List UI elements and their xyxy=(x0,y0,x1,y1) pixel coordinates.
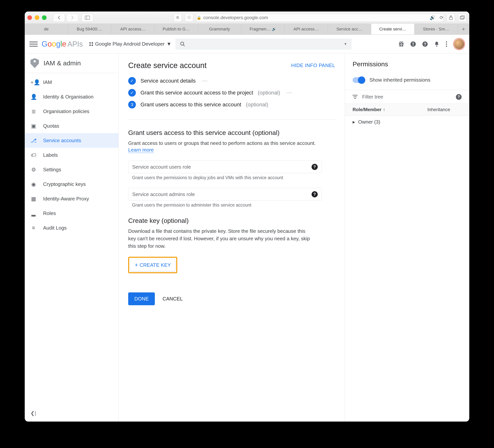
window-close[interactable] xyxy=(27,15,32,20)
field-placeholder: Service account admins role xyxy=(132,191,195,197)
share-button[interactable] xyxy=(447,13,455,22)
sidebar-item-labels[interactable]: 🏷Labels xyxy=(25,148,118,162)
extension-icon-1[interactable]: G xyxy=(173,13,182,22)
extension-icon-2[interactable]: ⓘ xyxy=(185,13,193,22)
sidebar-item-policies[interactable]: ≣Organisation policies xyxy=(25,104,118,119)
audio-icon[interactable]: 🔊 xyxy=(430,15,435,20)
table-row[interactable]: ▸ Owner (3) xyxy=(345,115,469,128)
reload-icon[interactable]: ⟳ xyxy=(440,15,444,20)
url-text: console.developers.google.com xyxy=(203,15,268,20)
project-name: Google Play Android Developer xyxy=(95,41,165,47)
create-key-label: CREATE KEY xyxy=(140,262,171,268)
more-icon[interactable] xyxy=(445,41,447,47)
create-key-button[interactable]: + CREATE KEY xyxy=(130,259,175,271)
check-icon: ✓ xyxy=(128,77,136,85)
project-selector[interactable]: Google Play Android Developer ▼ xyxy=(89,41,172,47)
sidebar-item-crypto[interactable]: ◉Cryptographic keys xyxy=(25,177,118,191)
browser-tab[interactable]: Fragmen…🔊 xyxy=(241,24,284,35)
svg-rect-9 xyxy=(399,45,401,47)
google-apis-logo[interactable]: Google APIs xyxy=(42,40,83,48)
learn-more-link[interactable]: Learn more xyxy=(128,147,154,153)
browser-tab[interactable]: Service acc… xyxy=(328,24,371,35)
svg-point-12 xyxy=(401,42,403,43)
shield-icon xyxy=(30,58,39,68)
sidebar-item-label: Identity-Aware Proxy xyxy=(43,196,89,202)
menu-button[interactable] xyxy=(29,40,38,48)
section-description: Download a file that contains the privat… xyxy=(128,227,312,250)
sidebar-item-iam[interactable]: +👤IAM xyxy=(25,75,118,89)
check-icon: ✓ xyxy=(128,89,136,97)
account-avatar[interactable] xyxy=(454,38,465,50)
sidebar-toggle-button[interactable] xyxy=(81,13,93,22)
search-icon xyxy=(180,41,185,47)
help-icon[interactable]: ? xyxy=(422,41,428,47)
bell-icon[interactable] xyxy=(434,41,439,47)
search-dropdown-icon[interactable]: ▼ xyxy=(344,42,347,46)
audit-icon: ≡ xyxy=(30,225,37,231)
section-heading: Grant users access to this service accou… xyxy=(128,129,335,137)
page-title: Create service account xyxy=(128,61,207,70)
cancel-button[interactable]: CANCEL xyxy=(162,296,183,302)
browser-tab[interactable]: API access… xyxy=(111,24,155,35)
column-role[interactable]: Role/Member↑ xyxy=(353,107,385,112)
wizard-steps: ✓ Service account details ✓ Grant this s… xyxy=(128,77,335,120)
gift-icon[interactable] xyxy=(398,41,404,47)
step-1[interactable]: ✓ Service account details xyxy=(128,77,335,85)
hide-info-panel-button[interactable]: HIDE INFO PANEL xyxy=(291,62,335,68)
browser-tab[interactable]: de xyxy=(25,24,68,35)
sidebar-item-label: Labels xyxy=(43,152,58,158)
browser-tab[interactable]: API access… xyxy=(284,24,328,35)
new-tab-button[interactable]: + xyxy=(458,24,469,35)
svg-point-20 xyxy=(446,43,447,44)
svg-rect-10 xyxy=(401,45,403,47)
sidebar-item-quotas[interactable]: ▣Quotas xyxy=(25,119,118,133)
tabs-overview-button[interactable] xyxy=(458,13,467,22)
step-optional: (optional) xyxy=(258,90,280,96)
users-role-input[interactable]: Service account users role ? xyxy=(128,161,322,173)
done-button[interactable]: DONE xyxy=(128,292,155,305)
nav-back-button[interactable] xyxy=(53,13,65,22)
labels-icon: 🏷 xyxy=(30,152,37,158)
search-bar[interactable]: ▼ xyxy=(175,38,352,50)
inherited-permissions-toggle[interactable] xyxy=(353,77,365,83)
collapse-sidebar-button[interactable]: ❮| xyxy=(30,410,36,416)
browser-tab[interactable]: Stores · Sm… xyxy=(414,24,458,35)
browser-tab[interactable]: Publish to G… xyxy=(155,24,198,35)
info-panel: Permissions Show inherited permissions F… xyxy=(345,53,469,422)
help-icon[interactable]: ? xyxy=(312,191,318,197)
nav-forward-button[interactable] xyxy=(66,13,78,22)
window-zoom[interactable] xyxy=(42,15,47,20)
admins-role-input[interactable]: Service account admins role ? xyxy=(128,188,322,201)
sidebar-item-identity[interactable]: 👤Identity & Organisation xyxy=(25,89,118,104)
lock-icon: 🔒 xyxy=(197,15,201,20)
browser-tab-active[interactable]: Create servi… xyxy=(371,24,414,35)
step-label: Grant users access to this service accou… xyxy=(140,101,241,108)
grant-users-section: Grant users access to this service accou… xyxy=(128,129,335,208)
address-bar[interactable]: 🔒 console.developers.google.com 🔊 ⟳ xyxy=(197,13,444,22)
sidebar-item-audit[interactable]: ≡Audit Logs xyxy=(25,221,118,235)
sidebar-item-settings[interactable]: ⚙Settings xyxy=(25,162,118,177)
step-3: 3 Grant users access to this service acc… xyxy=(128,101,335,109)
browser-tab[interactable]: Grammarly xyxy=(198,24,241,35)
sidebar-item-service-accounts[interactable]: ⎇Service accounts xyxy=(25,133,118,148)
svg-rect-22 xyxy=(353,95,358,95)
section-description: Grant access to users or groups that nee… xyxy=(128,139,335,147)
svg-point-15 xyxy=(413,45,414,46)
sidebar-item-iap[interactable]: ▦Identity-Aware Proxy xyxy=(25,191,118,206)
roles-icon: ▂ xyxy=(30,210,37,217)
help-icon[interactable]: ? xyxy=(312,164,318,170)
svg-point-19 xyxy=(446,41,447,42)
sidebar-item-roles[interactable]: ▂Roles xyxy=(25,206,118,221)
field-placeholder: Service account users role xyxy=(132,164,191,170)
browser-tab[interactable]: Bug 59400:… xyxy=(68,24,111,35)
sidebar: IAM & admin +👤IAM 👤Identity & Organisati… xyxy=(25,53,119,422)
sidebar-item-label: Organisation policies xyxy=(43,109,89,114)
window-minimize[interactable] xyxy=(35,15,39,20)
column-inheritance[interactable]: Inheritance xyxy=(427,107,450,112)
sort-arrow-icon: ↑ xyxy=(383,107,385,112)
step-2[interactable]: ✓ Grant this service account access to t… xyxy=(128,89,335,97)
filter-input[interactable]: Filter tree xyxy=(362,94,383,100)
alert-icon[interactable] xyxy=(410,41,416,47)
help-icon[interactable]: ? xyxy=(456,94,462,100)
filter-icon xyxy=(353,95,358,99)
